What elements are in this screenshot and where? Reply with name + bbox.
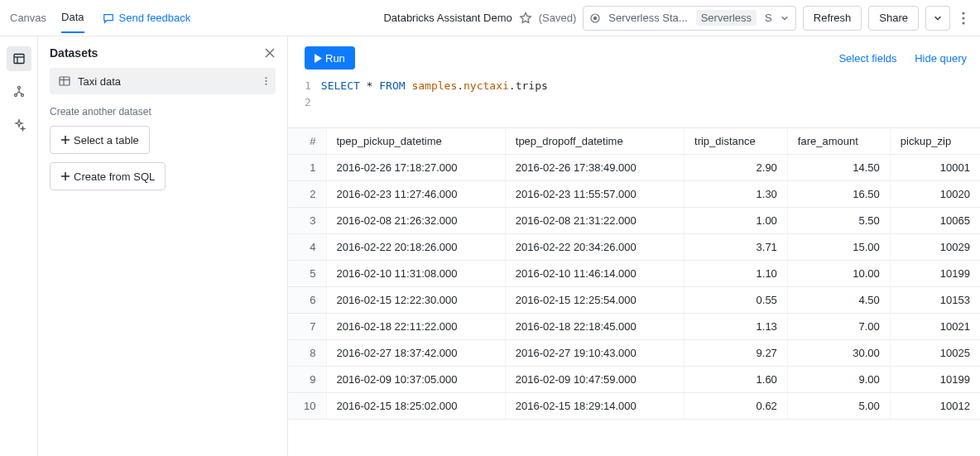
cell: 9.27 xyxy=(685,340,788,367)
column-header[interactable]: fare_amount xyxy=(787,128,890,155)
svg-point-15 xyxy=(265,80,267,82)
table-row[interactable]: 12016-02-26 17:18:27.0002016-02-26 17:38… xyxy=(288,155,980,181)
header-right: Databricks Assistant Demo (Saved) Server… xyxy=(383,6,970,31)
table-row[interactable]: 82016-02-27 18:37:42.0002016-02-27 19:10… xyxy=(288,340,980,367)
table-body: 12016-02-26 17:18:27.0002016-02-26 17:38… xyxy=(288,155,980,420)
results-table-wrap[interactable]: #tpep_pickup_datetimetpep_dropoff_dateti… xyxy=(288,128,980,456)
tab-data[interactable]: Data xyxy=(61,2,84,33)
table-header-row: #tpep_pickup_datetimetpep_dropoff_dateti… xyxy=(288,128,980,155)
table-row[interactable]: 32016-02-08 21:26:32.0002016-02-08 21:31… xyxy=(288,208,980,234)
cell: 3.71 xyxy=(685,234,788,261)
create-from-sql-button[interactable]: Create from SQL xyxy=(50,162,166,190)
compute-kind: Serverless Sta... xyxy=(605,12,690,24)
cell: 10199 xyxy=(890,367,980,393)
compute-name: Serverless xyxy=(696,10,757,26)
cell: 2016-02-09 10:37:05.000 xyxy=(326,367,505,393)
cell: 10001 xyxy=(890,155,980,181)
cell: 8 xyxy=(288,340,326,367)
dataset-item-menu[interactable] xyxy=(265,75,267,87)
column-header[interactable]: tpep_pickup_datetime xyxy=(326,128,505,155)
svg-point-4 xyxy=(962,22,964,24)
cell: 10020 xyxy=(890,181,980,208)
rail-schema-icon[interactable] xyxy=(7,79,31,104)
cell: 30.00 xyxy=(787,340,890,367)
column-header[interactable]: trip_distance xyxy=(685,128,788,155)
cell: 5.50 xyxy=(787,208,890,234)
cell: 6 xyxy=(288,287,326,314)
dataset-item-label: Taxi data xyxy=(78,75,258,88)
main-panel: Run Select fields Hide query 12 SELECT *… xyxy=(288,36,980,456)
table-icon xyxy=(58,74,71,88)
cell: 2016-02-27 18:37:42.000 xyxy=(326,340,505,367)
tab-canvas[interactable]: Canvas xyxy=(10,3,46,32)
cell: 2016-02-15 12:25:54.000 xyxy=(505,287,684,314)
rail-assistant-icon[interactable] xyxy=(7,113,31,137)
cell: 2.90 xyxy=(685,155,788,181)
top-tabs: Canvas Data xyxy=(10,2,84,33)
svg-point-2 xyxy=(962,12,964,14)
cell: 2016-02-22 20:34:26.000 xyxy=(505,234,684,261)
saved-status: (Saved) xyxy=(539,12,577,24)
cell: 2016-02-26 17:18:27.000 xyxy=(326,155,505,181)
share-more-button[interactable] xyxy=(925,6,950,31)
column-header[interactable]: # xyxy=(288,128,326,155)
editor-gutter: 12 xyxy=(305,78,311,111)
sql-editor[interactable]: 12 SELECT * FROM samples.nyctaxi.trips xyxy=(288,74,980,128)
play-icon xyxy=(315,54,322,63)
cell: 16.50 xyxy=(787,181,890,208)
table-row[interactable]: 102016-02-15 18:25:02.0002016-02-15 18:2… xyxy=(288,393,980,420)
cell: 1.60 xyxy=(685,367,788,393)
table-row[interactable]: 62016-02-15 12:22:30.0002016-02-15 12:25… xyxy=(288,287,980,314)
top-bar: Canvas Data Send feedback Databricks Ass… xyxy=(0,0,980,36)
cell: 9 xyxy=(288,367,326,393)
left-rail xyxy=(0,36,38,456)
run-button[interactable]: Run xyxy=(305,46,355,70)
sidebar-title: Datasets xyxy=(50,46,98,60)
editor-code[interactable]: SELECT * FROM samples.nyctaxi.trips xyxy=(321,78,548,111)
close-icon[interactable] xyxy=(264,47,276,59)
cell: 2016-02-15 18:29:14.000 xyxy=(505,393,684,420)
select-table-button[interactable]: Select a table xyxy=(50,126,150,154)
rail-datasets-icon[interactable] xyxy=(7,46,31,71)
refresh-button[interactable]: Refresh xyxy=(803,6,862,31)
cell: 2016-02-22 20:18:26.000 xyxy=(326,234,505,261)
cell: 10021 xyxy=(890,314,980,340)
cell: 4.50 xyxy=(787,287,890,314)
compute-status-icon xyxy=(590,13,600,23)
cell: 10029 xyxy=(890,234,980,261)
svg-rect-5 xyxy=(14,55,24,64)
table-row[interactable]: 52016-02-10 11:31:08.0002016-02-10 11:46… xyxy=(288,261,980,287)
send-feedback-link[interactable]: Send feedback xyxy=(103,12,191,24)
column-header[interactable]: tpep_dropoff_datetime xyxy=(505,128,684,155)
cell: 2016-02-23 11:55:57.000 xyxy=(505,181,684,208)
cell: 1 xyxy=(288,155,326,181)
table-row[interactable]: 42016-02-22 20:18:26.0002016-02-22 20:34… xyxy=(288,234,980,261)
notebook-title[interactable]: Databricks Assistant Demo xyxy=(383,12,512,24)
compute-short: S xyxy=(761,12,776,24)
cell: 2016-02-10 11:31:08.000 xyxy=(326,261,505,287)
run-label: Run xyxy=(325,52,345,65)
cell: 7 xyxy=(288,314,326,340)
dataset-item[interactable]: Taxi data xyxy=(50,68,276,94)
svg-point-14 xyxy=(265,77,267,79)
star-icon[interactable] xyxy=(519,12,532,25)
create-dataset-hint: Create another dataset xyxy=(50,106,276,118)
column-header[interactable]: pickup_zip xyxy=(890,128,980,155)
cell: 10153 xyxy=(890,287,980,314)
table-row[interactable]: 92016-02-09 10:37:05.0002016-02-09 10:47… xyxy=(288,367,980,393)
compute-selector[interactable]: Serverless Sta... Serverless S xyxy=(583,6,795,31)
share-button[interactable]: Share xyxy=(868,6,919,31)
overflow-menu-button[interactable] xyxy=(957,8,970,28)
cell: 10 xyxy=(288,393,326,420)
table-row[interactable]: 22016-02-23 11:27:46.0002016-02-23 11:55… xyxy=(288,181,980,208)
cell: 10199 xyxy=(890,261,980,287)
select-table-label: Select a table xyxy=(74,134,139,146)
cell: 2016-02-15 12:22:30.000 xyxy=(326,287,505,314)
cell: 7.00 xyxy=(787,314,890,340)
hide-query-link[interactable]: Hide query xyxy=(915,52,967,65)
cell: 15.00 xyxy=(787,234,890,261)
cell: 2016-02-10 11:46:14.000 xyxy=(505,261,684,287)
svg-rect-11 xyxy=(60,77,70,85)
select-fields-link[interactable]: Select fields xyxy=(838,52,896,65)
table-row[interactable]: 72016-02-18 22:11:22.0002016-02-18 22:18… xyxy=(288,314,980,340)
